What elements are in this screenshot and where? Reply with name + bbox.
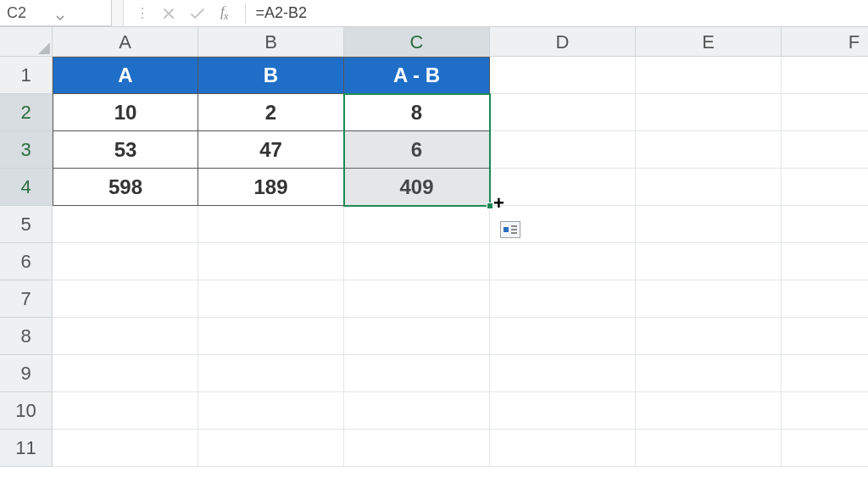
row-header-6[interactable]: 6 — [0, 243, 53, 280]
column-header-F[interactable]: F — [782, 27, 868, 57]
row-header-11[interactable]: 11 — [0, 430, 53, 467]
cell-D8[interactable] — [490, 318, 636, 355]
cell-B4[interactable]: 189 — [198, 169, 344, 206]
cell-A11[interactable] — [53, 430, 198, 467]
cell-E7[interactable] — [636, 280, 782, 318]
row-header-4[interactable]: 4 — [0, 169, 53, 206]
cell-A6[interactable] — [53, 243, 198, 280]
cell-F2[interactable] — [782, 94, 868, 131]
cell-D3[interactable] — [490, 131, 636, 169]
cell-D4[interactable] — [490, 169, 636, 206]
cell-B10[interactable] — [198, 392, 344, 430]
cell-D11[interactable] — [490, 430, 636, 467]
row-header-1[interactable]: 1 — [0, 57, 53, 94]
cell-B7[interactable] — [198, 280, 344, 318]
more-icon[interactable]: ⋮ — [136, 5, 147, 21]
cell-B5[interactable] — [198, 206, 344, 243]
cell-F4[interactable] — [782, 169, 868, 206]
cell-C5[interactable] — [344, 206, 490, 243]
cell-F9[interactable] — [782, 355, 868, 392]
cell-C11[interactable] — [344, 430, 490, 467]
cell-D10[interactable] — [490, 392, 636, 430]
fx-icon[interactable]: fx — [220, 3, 228, 23]
cell-C3[interactable]: 6 — [344, 131, 490, 169]
row-header-5[interactable]: 5 — [0, 206, 53, 243]
cell-B8[interactable] — [198, 318, 344, 355]
cell-C9[interactable] — [344, 355, 490, 392]
cell-D5[interactable] — [490, 206, 636, 243]
cell-B2[interactable]: 2 — [198, 94, 344, 131]
cell-F8[interactable] — [782, 318, 868, 355]
row-header-2[interactable]: 2 — [0, 94, 53, 131]
cell-C6[interactable] — [344, 243, 490, 280]
cell-A9[interactable] — [53, 355, 198, 392]
cancel-icon[interactable] — [163, 8, 175, 19]
cell-A2[interactable]: 10 — [53, 94, 198, 131]
row-header-8[interactable]: 8 — [0, 318, 53, 355]
cell-C8[interactable] — [344, 318, 490, 355]
cell-E10[interactable] — [636, 392, 782, 430]
cell-C2[interactable]: 8 — [344, 94, 490, 131]
cell-A5[interactable] — [53, 206, 198, 243]
cell-E8[interactable] — [636, 318, 782, 355]
row-headers: 1234567891011 — [0, 57, 53, 467]
formula-bar-separator — [112, 0, 124, 26]
cell-F6[interactable] — [782, 243, 868, 280]
cell-A1[interactable]: A — [53, 57, 198, 94]
row-header-7[interactable]: 7 — [0, 280, 53, 318]
cell-F1[interactable] — [782, 57, 868, 94]
cell-E5[interactable] — [636, 206, 782, 243]
column-header-C[interactable]: C — [344, 27, 490, 57]
formula-bar: C2 ⋮ fx =A2-B2 — [0, 0, 868, 27]
cell-A8[interactable] — [53, 318, 198, 355]
chevron-down-icon[interactable] — [56, 8, 105, 17]
name-box[interactable]: C2 — [0, 0, 112, 26]
enter-icon[interactable] — [190, 8, 205, 19]
row-header-9[interactable]: 9 — [0, 355, 53, 392]
row-header-10[interactable]: 10 — [0, 392, 53, 430]
cell-E2[interactable] — [636, 94, 782, 131]
cell-F7[interactable] — [782, 280, 868, 318]
cell-F11[interactable] — [782, 430, 868, 467]
cell-D9[interactable] — [490, 355, 636, 392]
column-headers: ABCDEF — [53, 27, 868, 57]
cell-F10[interactable] — [782, 392, 868, 430]
cell-B9[interactable] — [198, 355, 344, 392]
cell-D1[interactable] — [490, 57, 636, 94]
cell-B3[interactable]: 47 — [198, 131, 344, 169]
column-header-A[interactable]: A — [53, 27, 198, 57]
cell-E11[interactable] — [636, 430, 782, 467]
cell-B11[interactable] — [198, 430, 344, 467]
cell-B6[interactable] — [198, 243, 344, 280]
cell-D6[interactable] — [490, 243, 636, 280]
select-all-triangle[interactable] — [0, 27, 53, 57]
cell-C10[interactable] — [344, 392, 490, 430]
cell-C1[interactable]: A - B — [344, 57, 490, 94]
formula-input[interactable]: =A2-B2 — [246, 0, 868, 26]
cell-E4[interactable] — [636, 169, 782, 206]
formula-text: =A2-B2 — [256, 4, 308, 22]
cell-F3[interactable] — [782, 131, 868, 169]
column-header-B[interactable]: B — [198, 27, 344, 57]
cell-F5[interactable] — [782, 206, 868, 243]
cell-E6[interactable] — [636, 243, 782, 280]
cell-A3[interactable]: 53 — [53, 131, 198, 169]
formula-bar-tools: ⋮ fx — [124, 0, 245, 26]
worksheet-grid[interactable]: ABCDEF 1234567891011 ABA - B102853476598… — [0, 27, 868, 488]
cell-A7[interactable] — [53, 280, 198, 318]
name-box-value: C2 — [7, 4, 56, 22]
cell-E9[interactable] — [636, 355, 782, 392]
cell-C4[interactable]: 409 — [344, 169, 490, 206]
row-header-3[interactable]: 3 — [0, 131, 53, 169]
cell-E1[interactable] — [636, 57, 782, 94]
cell-D7[interactable] — [490, 280, 636, 318]
cell-C7[interactable] — [344, 280, 490, 318]
column-header-D[interactable]: D — [490, 27, 636, 57]
cell-B1[interactable]: B — [198, 57, 344, 94]
cell-E3[interactable] — [636, 131, 782, 169]
cell-D2[interactable] — [490, 94, 636, 131]
column-header-E[interactable]: E — [636, 27, 782, 57]
cell-A4[interactable]: 598 — [53, 169, 198, 206]
cell-A10[interactable] — [53, 392, 198, 430]
